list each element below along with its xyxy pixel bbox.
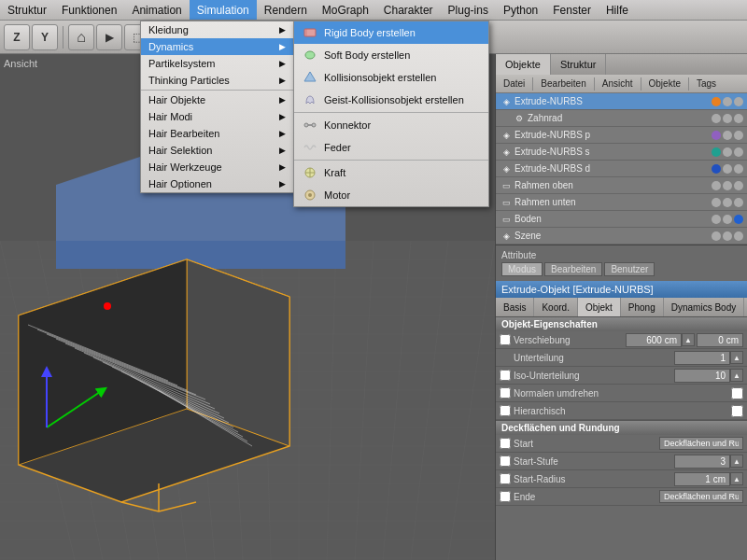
dyn-item-collision-label: Kollisionsobjekt erstellen [324, 72, 436, 83]
dyn-item-konnektor[interactable]: Konnektor [294, 114, 488, 136]
sim-item-hair-selektion-arrow: ▶ [279, 146, 286, 155]
sim-item-hair-modi-label: Hair Modi [148, 111, 192, 122]
sim-item-kleidung-label: Kleidung [148, 24, 189, 35]
dyn-sep-1 [294, 112, 488, 113]
svg-point-60 [304, 123, 308, 127]
dyn-item-ghost-label: Geist-Kollisionsobjekt erstellen [324, 94, 464, 105]
svg-point-61 [312, 123, 316, 127]
svg-marker-59 [304, 72, 316, 81]
svg-point-58 [305, 51, 315, 59]
sim-item-thinking-label: Thinking Particles [148, 75, 230, 86]
soft-icon [302, 47, 318, 63]
motor-icon [302, 187, 318, 203]
sim-item-hair-optionen-arrow: ▶ [279, 179, 286, 189]
dyn-item-feder-label: Feder [324, 142, 351, 153]
sim-item-hair-objekte-label: Hair Objekte [148, 94, 205, 105]
sim-item-kleidung[interactable]: Kleidung ▶ [141, 21, 293, 38]
dyn-item-kraft[interactable]: Kraft [294, 161, 488, 184]
sim-item-partikelsystem-label: Partikelsystem [148, 58, 216, 69]
connector-icon [302, 117, 318, 133]
sim-item-hair-selektion-label: Hair Selektion [148, 145, 212, 156]
dyn-item-feder[interactable]: Feder [294, 136, 488, 159]
dyn-item-rigid[interactable]: Rigid Body erstellen [294, 21, 488, 44]
sim-item-dynamics-label: Dynamics [148, 41, 193, 52]
sim-item-hair-optionen[interactable]: Hair Optionen ▶ [141, 175, 293, 192]
sim-item-hair-bearbeiten[interactable]: Hair Bearbeiten ▶ [141, 125, 293, 142]
sim-item-dynamics[interactable]: Dynamics ▶ [141, 38, 293, 55]
sim-item-partikelsystem[interactable]: Partikelsystem ▶ [141, 55, 293, 72]
sim-item-hair-objekte-arrow: ▶ [279, 95, 286, 105]
sim-item-partikelsystem-arrow: ▶ [279, 59, 286, 68]
sim-item-hair-bearbeiten-label: Hair Bearbeiten [148, 128, 219, 139]
simulation-menu: Kleidung ▶ Dynamics ▶ Partikelsystem ▶ T… [140, 21, 294, 193]
sim-item-kleidung-arrow: ▶ [279, 25, 286, 35]
force-icon [302, 164, 318, 181]
dropdown-overlay: Kleidung ▶ Dynamics ▶ Partikelsystem ▶ T… [0, 0, 747, 560]
sim-item-hair-werkzeuge-label: Hair Werkzeuge [148, 161, 222, 173]
sim-item-hair-werkzeuge-arrow: ▶ [279, 162, 286, 172]
dyn-item-motor[interactable]: Motor [294, 184, 488, 206]
spring-icon [302, 139, 318, 156]
sim-item-hair-modi-arrow: ▶ [279, 112, 286, 121]
sim-sep-1 [141, 90, 293, 91]
rigid-icon [302, 24, 318, 41]
sim-item-hair-bearbeiten-arrow: ▶ [279, 129, 286, 138]
dyn-item-soft[interactable]: Soft Body erstellen [294, 44, 488, 66]
sim-item-thinking[interactable]: Thinking Particles ▶ [141, 72, 293, 89]
svg-point-67 [308, 193, 312, 197]
ghost-icon [302, 91, 318, 108]
dyn-item-soft-label: Soft Body erstellen [324, 49, 410, 61]
dyn-sep-2 [294, 160, 488, 161]
sim-item-hair-werkzeuge[interactable]: Hair Werkzeuge ▶ [141, 159, 293, 175]
collision-icon [302, 69, 318, 86]
dyn-item-motor-label: Motor [324, 189, 350, 201]
dyn-item-kraft-label: Kraft [324, 167, 345, 178]
sim-item-hair-modi[interactable]: Hair Modi ▶ [141, 108, 293, 125]
dyn-item-konnektor-label: Konnektor [324, 119, 371, 131]
sim-item-dynamics-arrow: ▶ [279, 42, 286, 51]
sim-item-thinking-arrow: ▶ [279, 76, 286, 85]
sim-item-hair-optionen-label: Hair Optionen [148, 178, 212, 189]
sim-item-hair-selektion[interactable]: Hair Selektion ▶ [141, 142, 293, 159]
dyn-item-rigid-label: Rigid Body erstellen [324, 27, 416, 38]
sim-item-hair-objekte[interactable]: Hair Objekte ▶ [141, 91, 293, 108]
dynamics-submenu: Rigid Body erstellen Soft Body erstellen… [293, 21, 489, 207]
dyn-item-ghost[interactable]: Geist-Kollisionsobjekt erstellen [294, 89, 488, 111]
dyn-item-collision[interactable]: Kollisionsobjekt erstellen [294, 66, 488, 89]
